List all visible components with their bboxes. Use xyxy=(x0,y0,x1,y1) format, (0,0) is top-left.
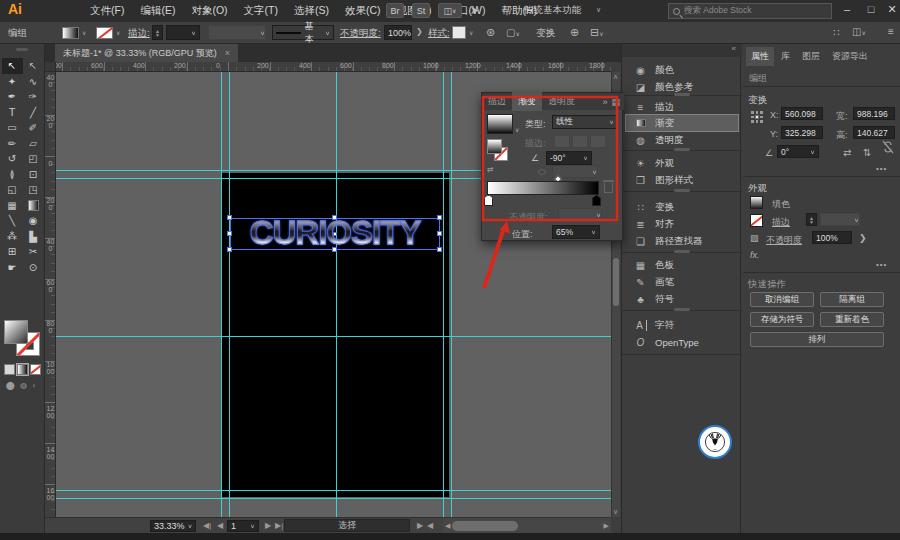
scroll-up-icon[interactable]: ∧ xyxy=(613,73,618,81)
gradient-stop-white[interactable] xyxy=(484,195,493,206)
gradient-within-stroke-icon[interactable] xyxy=(554,135,570,148)
stop-opacity-dropdown[interactable] xyxy=(558,208,602,221)
share-icon[interactable]: ➤ xyxy=(470,4,479,17)
stroke-swatch[interactable] xyxy=(96,27,113,39)
first-artboard-icon[interactable]: ◀| xyxy=(203,521,211,530)
minimize-button[interactable]: – xyxy=(836,0,858,18)
tab-transparency[interactable]: 透明度 xyxy=(542,92,581,111)
dock-drag-dots[interactable] xyxy=(674,250,690,253)
scroll-right-icon[interactable]: ▶ xyxy=(604,522,609,530)
stroke-weight-input[interactable] xyxy=(166,25,200,40)
horizontal-ruler[interactable]: 800 600 400 200 0 200 400 600 800 1000 1… xyxy=(56,62,611,72)
close-button[interactable]: ✕ xyxy=(884,0,900,18)
maximize-button[interactable]: □ xyxy=(860,0,882,18)
selection-handle[interactable] xyxy=(332,215,337,220)
reverse-gradient-icon[interactable]: ⇄ xyxy=(487,165,494,174)
isolate-group-button[interactable]: 隔离组 xyxy=(820,292,884,307)
flip-horizontal-icon[interactable]: ⇄ xyxy=(843,147,851,158)
style-swatch[interactable] xyxy=(452,26,466,39)
workspace-grid-icon[interactable]: ∷ xyxy=(833,27,839,38)
tab-libraries[interactable]: 库 xyxy=(776,47,795,66)
mesh-tool[interactable]: ▦ xyxy=(2,198,23,214)
selection-handle[interactable] xyxy=(227,231,232,236)
opacity-input[interactable]: 100% xyxy=(384,25,412,40)
menu-effect[interactable]: 效果(C) xyxy=(337,4,389,18)
eraser-tool[interactable]: ▱ xyxy=(23,136,44,152)
gradient-angle-dropdown[interactable]: -90° xyxy=(546,151,592,165)
status-collapse-icon[interactable]: ◀ xyxy=(427,521,433,530)
panel-item-gradient[interactable]: 渐变 xyxy=(626,115,738,131)
panel-dock-icon[interactable]: ◫∨ xyxy=(852,26,866,37)
position-dropdown[interactable]: 65% xyxy=(552,225,600,239)
selection-handle[interactable] xyxy=(227,215,232,220)
menu-type[interactable]: 文字(T) xyxy=(236,4,286,18)
opacity-expand-icon[interactable]: ❯ xyxy=(859,233,867,243)
selection-center-point[interactable] xyxy=(333,232,337,236)
artboard-number-dropdown[interactable]: 1 xyxy=(227,520,259,532)
panel-item-swatches[interactable]: ▦色板 xyxy=(626,257,738,273)
panel-item-pathfinder[interactable]: ❏路径查找器 xyxy=(626,233,738,249)
panel-item-transform[interactable]: ∷变换 xyxy=(626,199,738,215)
delete-stop-icon[interactable] xyxy=(604,183,613,193)
tab-layers[interactable]: 图层 xyxy=(797,47,825,66)
slice-tool[interactable]: ✂ xyxy=(23,244,44,260)
fill-proxy-gradient[interactable] xyxy=(487,139,502,154)
magic-wand-tool[interactable]: ✦ xyxy=(2,74,23,90)
line-segment-tool[interactable]: ╱ xyxy=(23,105,44,121)
color-mode-button[interactable] xyxy=(4,364,15,375)
preview-chevron-icon[interactable]: ∨ xyxy=(515,126,519,133)
artboard-tool[interactable]: ⊞ xyxy=(2,244,23,260)
rotation-dropdown[interactable]: 0° xyxy=(777,145,819,158)
vertical-ruler[interactable]: 400 200 0 200 400 600 800 1000 1200 1400… xyxy=(45,72,56,517)
zoom-tool[interactable]: ⊙ xyxy=(23,260,44,276)
prev-artboard-icon[interactable]: ◀ xyxy=(217,521,223,530)
width-tool[interactable]: ≬ xyxy=(2,167,23,183)
panel-item-graphic-styles[interactable]: ❐图形样式 xyxy=(626,172,738,188)
reference-point-icon[interactable] xyxy=(750,110,764,124)
gradient-preview-swatch[interactable] xyxy=(487,114,513,134)
panel-item-brushes[interactable]: ✎画笔 xyxy=(626,274,738,290)
stroke-color-swatch[interactable] xyxy=(750,214,763,227)
horizontal-scrollbar[interactable]: ◀ ▶ xyxy=(443,517,611,533)
paintbrush-tool[interactable]: ✐ xyxy=(23,120,44,136)
panel-item-color[interactable]: ◉颜色 xyxy=(626,62,738,78)
menu-edit[interactable]: 编辑(E) xyxy=(132,4,183,18)
recolor-button[interactable]: 重新着色 xyxy=(820,312,884,327)
panel-menu-icon[interactable]: ▤ xyxy=(611,97,624,107)
column-graph-tool[interactable]: ▙ xyxy=(23,229,44,245)
selection-handle[interactable] xyxy=(332,247,337,252)
recolor-icon[interactable]: ⊛ xyxy=(486,26,495,39)
arrange-button[interactable]: 排列 xyxy=(750,332,884,347)
rotate-tool[interactable]: ↺ xyxy=(2,151,23,167)
dock-drag-dots[interactable] xyxy=(674,189,690,192)
opacity-expand-icon[interactable]: ❯ xyxy=(416,27,423,36)
guide-vertical-center[interactable] xyxy=(336,72,337,517)
tab-gradient[interactable]: 渐变 xyxy=(512,92,542,111)
shaper-tool[interactable]: ✏ xyxy=(2,136,23,152)
guide-vertical[interactable] xyxy=(229,72,230,517)
guide-horizontal[interactable] xyxy=(56,490,611,491)
symbol-sprayer-tool[interactable]: ⁂ xyxy=(2,229,23,245)
stroke-weight-dropdown[interactable] xyxy=(820,213,860,226)
selection-handle[interactable] xyxy=(227,247,232,252)
type-tool[interactable]: T xyxy=(2,105,23,121)
pen-tool[interactable]: ✒ xyxy=(2,89,23,105)
fill-chevron-icon[interactable]: ∨ xyxy=(82,29,86,36)
selection-handle[interactable] xyxy=(437,247,442,252)
gradient-stop-black[interactable] xyxy=(592,195,601,206)
isolate-icon[interactable]: ⊕ xyxy=(570,26,579,39)
gradient-across-stroke-icon[interactable] xyxy=(590,135,606,148)
rectangle-tool[interactable]: ▭ xyxy=(2,120,23,136)
dock-drag-dots[interactable] xyxy=(674,93,690,96)
last-artboard-icon[interactable]: ▶| xyxy=(275,521,283,530)
stroke-label[interactable]: 描边 xyxy=(772,216,790,229)
status-expand-icon[interactable]: ▶ xyxy=(417,521,423,530)
stroke-weight-stepper[interactable]: ▲▼ xyxy=(806,213,817,226)
fx-button[interactable]: fx. xyxy=(750,250,760,260)
perspective-grid-tool[interactable]: ◳ xyxy=(23,182,44,198)
tab-properties[interactable]: 属性 xyxy=(746,47,774,66)
panel-item-stroke[interactable]: ≡描边 xyxy=(626,99,738,115)
stock-search[interactable]: 搜索 Adobe Stock xyxy=(668,3,832,19)
more-options-icon[interactable]: ••• xyxy=(876,164,887,173)
direct-selection-tool[interactable]: ↖ xyxy=(23,58,44,74)
